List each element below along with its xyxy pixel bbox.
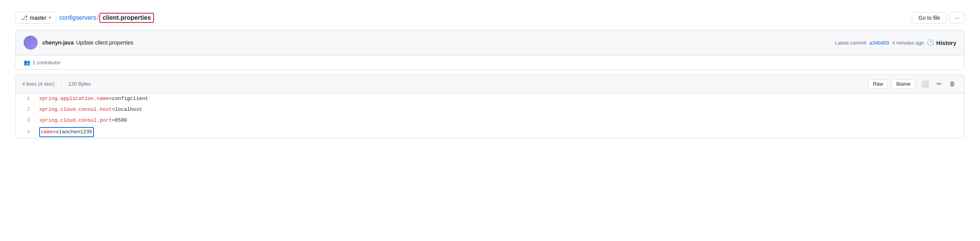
- line-content: spring.application.name=configclient: [36, 93, 964, 104]
- commit-message: Update client.properties: [76, 40, 133, 46]
- commit-footer: 👥 1 contributor: [16, 55, 964, 69]
- file-viewer: 4 lines (4 sloc) | 120 Bytes Raw Blame ⬜…: [16, 74, 964, 139]
- commit-author[interactable]: chenyn-java: [42, 40, 74, 46]
- line-content: name=xiaochen1235: [36, 126, 964, 138]
- breadcrumb-separator: /: [97, 14, 99, 21]
- commit-time: 4 minutes ago: [892, 40, 924, 46]
- table-row: 1spring.application.name=configclient: [16, 93, 964, 104]
- chevron-down-icon: ▾: [49, 15, 51, 20]
- property-key: spring.application.name: [39, 96, 109, 102]
- property-separator: =: [112, 117, 115, 123]
- breadcrumb-link[interactable]: configservers: [59, 14, 96, 21]
- property-value: localhost: [115, 107, 142, 112]
- table-row: 2spring.cloud.consul.host=localhost: [16, 104, 964, 115]
- table-row: 4name=xiaochen1235: [16, 126, 964, 138]
- property-value: xiaochen1235: [56, 129, 92, 135]
- more-options-button[interactable]: ···: [950, 12, 964, 24]
- file-header: 4 lines (4 sloc) | 120 Bytes Raw Blame ⬜…: [16, 75, 964, 93]
- code-content: 1spring.application.name=configclient2sp…: [16, 93, 964, 138]
- commit-box: chenyn-java Update client.properties Lat…: [16, 30, 964, 70]
- property-value: 8500: [115, 117, 127, 123]
- branch-selector[interactable]: ⎇ master ▾: [16, 12, 56, 24]
- commit-info: chenyn-java Update client.properties: [42, 40, 133, 46]
- line-content: spring.cloud.consul.port=8500: [36, 115, 964, 126]
- property-value: configclient: [112, 96, 148, 102]
- breadcrumb-bar: ⎇ master ▾ configservers / client.proper…: [16, 8, 964, 30]
- property-key: name: [41, 129, 53, 135]
- file-meta: 4 lines (4 sloc) | 120 Bytes: [22, 81, 91, 87]
- breadcrumb-left: ⎇ master ▾ configservers / client.proper…: [16, 12, 154, 24]
- line-number: 4: [16, 127, 36, 138]
- branch-icon: ⎇: [21, 14, 28, 21]
- edit-button[interactable]: ✏: [934, 79, 944, 89]
- avatar-image: [24, 36, 38, 50]
- history-link[interactable]: 🕐 History: [927, 39, 956, 46]
- branch-name: master: [30, 15, 47, 21]
- trash-icon: 🗑: [949, 81, 956, 87]
- monitor-icon: ⬜: [921, 81, 929, 87]
- property-key: spring.cloud.consul.port: [39, 117, 112, 123]
- latest-commit-label: Latest commit: [835, 40, 866, 46]
- contributor-count: 1 contributor: [33, 60, 61, 65]
- history-clock-icon: 🕐: [927, 39, 934, 46]
- property-key: spring.cloud.consul.host: [39, 107, 112, 112]
- file-actions: Raw Blame ⬜ ✏ 🗑: [868, 79, 958, 89]
- file-meta-divider: |: [61, 81, 62, 87]
- breadcrumb: configservers / client.properties: [59, 13, 154, 23]
- display-icon-button[interactable]: ⬜: [919, 79, 931, 89]
- people-icon: 👥: [24, 59, 30, 65]
- table-row: 3spring.cloud.consul.port=8500: [16, 115, 964, 126]
- breadcrumb-current: client.properties: [99, 13, 154, 23]
- history-label: History: [936, 40, 956, 46]
- blame-button[interactable]: Blame: [891, 79, 916, 89]
- go-to-file-button[interactable]: Go to file: [912, 12, 947, 24]
- breadcrumb-actions: Go to file ···: [912, 12, 964, 24]
- raw-button[interactable]: Raw: [868, 79, 888, 89]
- file-size-label: 120 Bytes: [68, 81, 91, 87]
- line-number: 2: [16, 104, 36, 115]
- property-separator: =: [53, 129, 56, 135]
- commit-header: chenyn-java Update client.properties Lat…: [16, 30, 964, 55]
- file-lines-label: 4 lines (4 sloc): [22, 81, 55, 87]
- page: ⎇ master ▾ configservers / client.proper…: [0, 0, 980, 241]
- line-content: spring.cloud.consul.host=localhost: [36, 104, 964, 115]
- line-number: 1: [16, 93, 36, 104]
- delete-button[interactable]: 🗑: [947, 79, 958, 89]
- highlighted-line: name=xiaochen1235: [39, 127, 94, 137]
- avatar: [24, 36, 38, 50]
- commit-sha[interactable]: a34bd09: [869, 40, 889, 46]
- pencil-icon: ✏: [937, 81, 942, 87]
- commit-left: chenyn-java Update client.properties: [24, 36, 133, 50]
- property-separator: =: [112, 107, 115, 112]
- commit-right: Latest commit a34bd09 4 minutes ago 🕐 Hi…: [835, 39, 956, 46]
- line-number: 3: [16, 115, 36, 126]
